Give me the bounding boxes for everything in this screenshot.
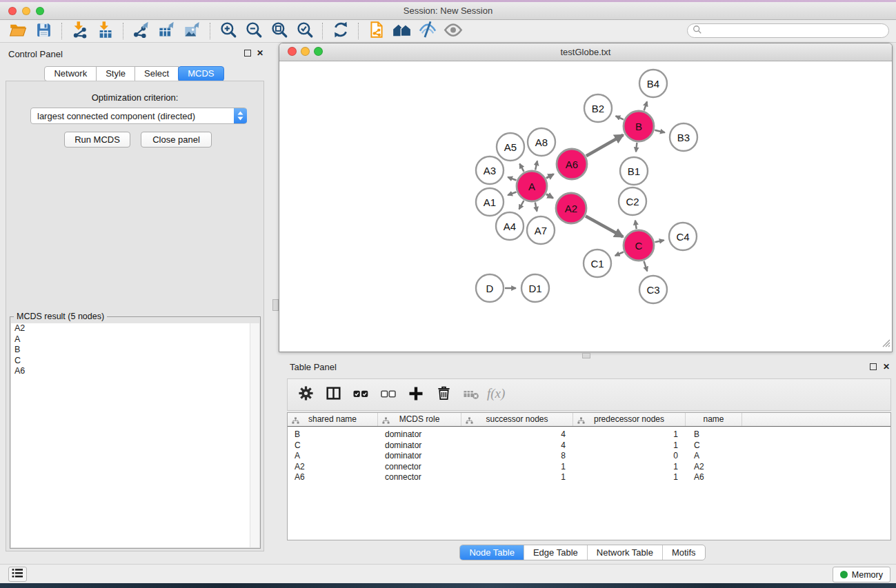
zoom-fit-button[interactable] — [266, 21, 292, 41]
graph-edge-A2-C[interactable] — [586, 216, 623, 237]
graph-node-A1[interactable]: A1 — [476, 188, 504, 216]
zoom-in-button[interactable] — [215, 21, 241, 41]
export-image-button[interactable] — [179, 21, 205, 41]
graph-edge-A-A3[interactable] — [508, 177, 516, 181]
graph-edge-C-C1[interactable] — [615, 252, 624, 256]
delete-column-button[interactable] — [430, 383, 457, 407]
graph-edge-B-B2[interactable] — [616, 116, 624, 119]
graph-node-A7[interactable]: A7 — [527, 216, 555, 244]
table-row[interactable]: Bdominator41B — [288, 429, 890, 440]
tab-network-table[interactable]: Network Table — [587, 545, 662, 560]
tab-select[interactable]: Select — [135, 66, 179, 81]
column-header-MCDS-role[interactable]: MCDS role — [378, 413, 461, 426]
graph-node-B1[interactable]: B1 — [620, 157, 648, 185]
export-network-button[interactable] — [128, 21, 154, 41]
network-window-titlebar[interactable]: testGlobe.txt — [279, 43, 892, 61]
hide-selected-button[interactable] — [415, 21, 440, 41]
tab-network[interactable]: Network — [44, 66, 97, 81]
graph-edge-A-A6[interactable] — [546, 174, 554, 179]
graph-node-B2[interactable]: B2 — [584, 94, 612, 122]
column-header-predecessor-nodes[interactable]: predecessor nodes — [573, 413, 686, 426]
tab-mcds[interactable]: MCDS — [178, 66, 223, 81]
graph-edge-B-B3[interactable] — [655, 130, 665, 133]
graph-edge-A6-B[interactable] — [586, 135, 624, 156]
apply-function-button[interactable]: f(x) — [485, 383, 512, 407]
split-panel-button[interactable] — [319, 383, 347, 407]
graph-node-C2[interactable]: C2 — [619, 187, 646, 215]
column-header-successor-nodes[interactable]: successor nodes — [461, 413, 573, 426]
zoom-selected-button[interactable] — [292, 21, 317, 41]
float-panel-icon[interactable] — [244, 50, 251, 57]
float-table-panel-icon[interactable] — [870, 363, 877, 370]
column-header-shared-name[interactable]: shared name — [288, 413, 378, 426]
graph-node-D1[interactable]: D1 — [521, 274, 549, 302]
deselect-all-button[interactable] — [375, 383, 402, 407]
tab-style[interactable]: Style — [96, 66, 135, 81]
result-item-A[interactable]: A — [11, 334, 259, 345]
graph-edge-A-A2[interactable] — [546, 194, 553, 199]
refresh-button[interactable] — [328, 21, 353, 41]
graph-edge-A-A4[interactable] — [519, 201, 524, 210]
graph-node-A6[interactable]: A6 — [557, 149, 587, 179]
table-settings-button[interactable] — [292, 383, 319, 407]
home-button[interactable] — [389, 21, 415, 41]
resize-grip-icon[interactable] — [882, 338, 890, 350]
close-panel-icon[interactable]: ✕ — [257, 48, 263, 58]
save-session-button[interactable] — [31, 21, 57, 41]
graph-node-A8[interactable]: A8 — [528, 128, 555, 156]
open-network-file-button[interactable] — [364, 21, 389, 41]
run-mcds-button[interactable]: Run MCDS — [64, 132, 130, 148]
open-session-button[interactable] — [6, 21, 31, 41]
result-item-A6[interactable]: A6 — [11, 366, 259, 377]
result-item-A2[interactable]: A2 — [11, 323, 259, 334]
graph-edge-B-B1[interactable] — [636, 143, 637, 152]
tab-motifs[interactable]: Motifs — [662, 545, 705, 560]
network-canvas[interactable]: AA1A2A3A4A5A6A7A8BB1B2B3B4CC1C2C3C4DD1 — [279, 61, 892, 352]
graph-edge-A-A8[interactable] — [535, 161, 537, 170]
graph-node-C4[interactable]: C4 — [669, 223, 697, 250]
result-item-C[interactable]: C — [11, 356, 259, 367]
graph-node-B[interactable]: B — [624, 111, 654, 141]
graph-edge-A-A5[interactable] — [519, 164, 524, 172]
show-hidden-button[interactable] — [440, 21, 466, 41]
graph-node-A4[interactable]: A4 — [496, 212, 524, 240]
vertical-splitter-handle[interactable] — [272, 299, 279, 311]
close-table-panel-icon[interactable]: ✕ — [883, 362, 890, 372]
graph-node-C[interactable]: C — [624, 230, 654, 261]
search-box[interactable] — [687, 23, 889, 38]
graph-node-A[interactable]: A — [517, 171, 547, 201]
table-row[interactable]: A2connector11A2 — [288, 462, 890, 473]
graph-edge-C-C4[interactable] — [655, 241, 664, 243]
graph-edge-C-C3[interactable] — [644, 261, 648, 272]
graph-edge-A-A7[interactable] — [535, 203, 537, 212]
import-table-button[interactable] — [92, 21, 118, 41]
graph-node-D[interactable]: D — [476, 274, 504, 302]
zoom-out-button[interactable] — [241, 21, 266, 41]
table-row[interactable]: A6connector11A6 — [288, 472, 890, 483]
tab-node-table[interactable]: Node Table — [460, 545, 524, 560]
graph-edge-B-B4[interactable] — [644, 102, 647, 111]
graph-node-C1[interactable]: C1 — [584, 250, 611, 277]
import-network-button[interactable] — [67, 21, 92, 41]
task-history-button[interactable] — [8, 567, 27, 582]
delete-table-button[interactable] — [457, 383, 485, 407]
graph-node-C3[interactable]: C3 — [639, 276, 667, 303]
graph-node-A5[interactable]: A5 — [497, 133, 524, 161]
graph-node-A2[interactable]: A2 — [556, 193, 586, 223]
table-row[interactable]: Adominator80A — [288, 451, 890, 462]
graph-node-B4[interactable]: B4 — [639, 70, 667, 97]
column-header-name[interactable]: name — [686, 413, 742, 426]
result-scrollbar[interactable] — [250, 323, 259, 547]
export-table-button[interactable] — [154, 21, 179, 41]
add-column-button[interactable] — [402, 383, 430, 407]
close-panel-button[interactable]: Close panel — [141, 132, 212, 148]
result-item-B[interactable]: B — [11, 345, 259, 356]
select-all-button[interactable] — [347, 383, 375, 407]
graph-node-B3[interactable]: B3 — [670, 123, 697, 151]
mcds-result-list[interactable]: A2ABCA6 — [11, 323, 259, 547]
tab-edge-table[interactable]: Edge Table — [524, 545, 587, 560]
graph-node-A3[interactable]: A3 — [476, 156, 504, 184]
memory-button[interactable]: Memory — [833, 567, 890, 582]
optimization-dropdown[interactable]: largest connected component (directed) — [30, 108, 247, 124]
graph-edge-A-A1[interactable] — [508, 192, 516, 196]
